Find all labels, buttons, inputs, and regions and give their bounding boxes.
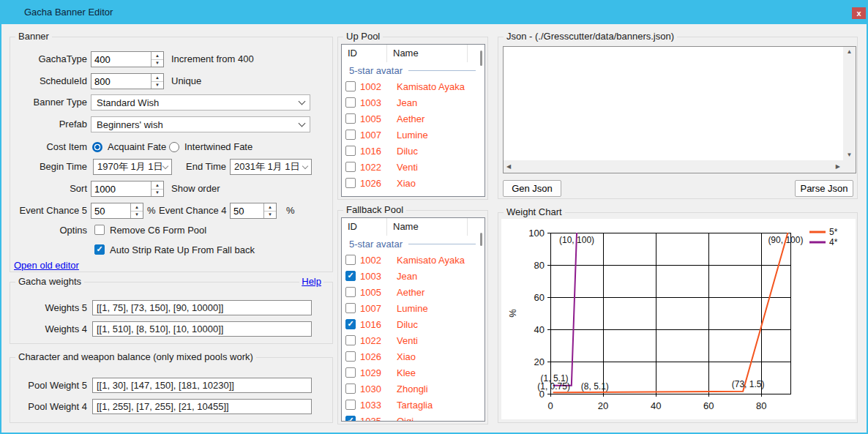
item-checkbox[interactable] <box>345 351 356 362</box>
list-item-1005[interactable]: 1005Aether <box>342 111 484 127</box>
item-checkbox[interactable] <box>345 271 356 281</box>
spin-down-icon[interactable]: ▼ <box>131 212 143 219</box>
item-id: 1022 <box>360 162 392 173</box>
list-item-1002[interactable]: 1002Kamisato Ayaka <box>342 252 484 268</box>
open-old-editor-link[interactable]: Open old editor <box>14 260 79 272</box>
spin-down-icon[interactable]: ▼ <box>151 82 163 89</box>
list-item-1033[interactable]: 1033Tartaglia <box>342 397 484 413</box>
help-link[interactable]: Help <box>299 276 323 288</box>
list-item-1005[interactable]: 1005Aether <box>342 284 484 300</box>
scroll-up-icon[interactable]: ▲ <box>847 49 853 55</box>
list-item-1016[interactable]: 1016Diluc <box>342 143 484 159</box>
list-item-1022[interactable]: 1022Venti <box>342 159 484 175</box>
spin-up-icon[interactable]: ▲ <box>151 52 163 60</box>
item-checkbox[interactable] <box>345 178 356 188</box>
json-vertical-scrollbar[interactable]: ▲ ▼ <box>843 47 856 160</box>
scroll-right-icon[interactable]: ▶ <box>836 164 840 170</box>
spin-up-icon[interactable]: ▲ <box>131 203 143 212</box>
item-checkbox[interactable] <box>345 113 356 124</box>
item-checkbox[interactable] <box>345 367 356 378</box>
sort-input[interactable] <box>91 182 151 196</box>
item-checkbox[interactable] <box>345 400 356 410</box>
item-id: 1003 <box>360 97 392 108</box>
close-button[interactable]: x <box>852 7 866 19</box>
item-name: Venti <box>397 162 418 173</box>
item-checkbox[interactable] <box>345 319 356 329</box>
intertwined-fate-radio[interactable] <box>169 142 179 152</box>
json-content[interactable] <box>504 47 843 160</box>
weights-4-input[interactable] <box>92 321 312 337</box>
spin-down-icon[interactable]: ▼ <box>151 190 163 197</box>
column-header-name[interactable]: Name <box>387 218 468 236</box>
banner-type-label: Banner Type <box>10 94 87 111</box>
list-item-1007[interactable]: 1007Lumine <box>342 300 484 316</box>
spin-up-icon[interactable]: ▲ <box>151 182 163 190</box>
spin-down-icon[interactable]: ▼ <box>264 212 276 219</box>
scroll-left-icon[interactable]: ◀ <box>506 164 511 170</box>
scheduleid-input[interactable] <box>91 74 151 89</box>
spin-up-icon[interactable]: ▲ <box>264 203 276 212</box>
banner-type-value: Standard Wish <box>97 97 159 108</box>
list-item-1026[interactable]: 1026Xiao <box>342 348 484 364</box>
list-group-label: 5-star avatar <box>349 239 403 250</box>
remove-c6-checkbox[interactable] <box>94 225 105 235</box>
spin-down-icon[interactable]: ▼ <box>151 60 163 67</box>
fallback-pool-list[interactable]: IDName5-star avatar1002Kamisato Ayaka100… <box>341 217 485 422</box>
scroll-down-icon[interactable]: ▼ <box>847 152 853 158</box>
svg-text:0: 0 <box>547 400 553 411</box>
item-name: Lumine <box>397 130 428 141</box>
list-item-1022[interactable]: 1022Venti <box>342 332 484 348</box>
svg-text:60: 60 <box>703 400 714 411</box>
column-header-id[interactable]: ID <box>342 45 387 62</box>
list-item-1002[interactable]: 1002Kamisato Ayaka <box>342 78 484 94</box>
item-checkbox[interactable] <box>345 384 356 394</box>
list-item-1030[interactable]: 1030Zhongli <box>342 381 484 397</box>
svg-text:(10, 100): (10, 100) <box>559 235 594 245</box>
spin-up-icon[interactable]: ▲ <box>151 74 163 82</box>
list-item-1016[interactable]: 1016Diluc <box>342 316 484 332</box>
list-item-1029[interactable]: 1029Klee <box>342 364 484 381</box>
acquaint-fate-radio[interactable] <box>92 142 102 152</box>
end-time-picker[interactable]: 2031年 1月 1日 <box>230 159 312 175</box>
pool-weight-5-input[interactable] <box>92 378 312 393</box>
auto-strip-checkbox[interactable] <box>94 244 105 255</box>
list-item-1035[interactable]: 1035Qiqi <box>342 413 484 422</box>
up-pool-list[interactable]: IDName5-star avatar1002Kamisato Ayaka100… <box>341 44 485 197</box>
pool-weight-4-row: Pool Weight 4 <box>10 399 332 415</box>
list-item-1003[interactable]: 1003Jean <box>342 268 484 284</box>
pool-weight-4-input[interactable] <box>92 399 312 414</box>
column-header-name[interactable]: Name <box>387 45 468 62</box>
column-header-id[interactable]: ID <box>342 218 387 236</box>
json-horizontal-scrollbar[interactable]: ◀ ▶ <box>504 160 843 173</box>
scrollbar-thumb[interactable] <box>480 233 482 246</box>
list-item-1007[interactable]: 1007Lumine <box>342 127 484 143</box>
scrollbar-thumb[interactable] <box>480 50 482 66</box>
event-chance-5-input[interactable] <box>91 203 130 218</box>
list-item-1026[interactable]: 1026Xiao <box>342 175 484 191</box>
weights-5-input[interactable] <box>92 300 312 315</box>
item-checkbox[interactable] <box>345 287 356 297</box>
item-checkbox[interactable] <box>345 162 356 172</box>
gachatype-input[interactable] <box>91 52 151 67</box>
item-checkbox[interactable] <box>345 335 356 345</box>
titlebar[interactable]: Gacha Banner Editor x <box>0 0 868 24</box>
item-checkbox[interactable] <box>345 146 356 156</box>
item-name: Jean <box>397 271 417 282</box>
gacha-weights-title: Gacha weights <box>15 276 84 288</box>
item-checkbox[interactable] <box>345 81 356 91</box>
item-name: Aether <box>397 287 424 298</box>
svg-text:(73, 1.5): (73, 1.5) <box>732 379 765 389</box>
item-checkbox[interactable] <box>345 416 356 422</box>
list-item-1003[interactable]: 1003Jean <box>342 94 484 111</box>
parse-json-button[interactable]: Parse Json <box>795 180 853 197</box>
item-checkbox[interactable] <box>345 130 356 140</box>
item-id: 1029 <box>360 367 392 378</box>
item-checkbox[interactable] <box>345 97 356 108</box>
banner-type-select[interactable]: Standard Wish <box>91 94 310 111</box>
json-textarea[interactable]: ▲ ▼ ◀ ▶ <box>503 46 856 173</box>
item-checkbox[interactable] <box>345 303 356 313</box>
gen-json-button[interactable]: Gen Json <box>503 180 561 197</box>
event-chance-4-input[interactable] <box>231 203 263 218</box>
prefab-select[interactable]: Beginners' wish <box>91 116 310 132</box>
item-checkbox[interactable] <box>345 255 356 265</box>
